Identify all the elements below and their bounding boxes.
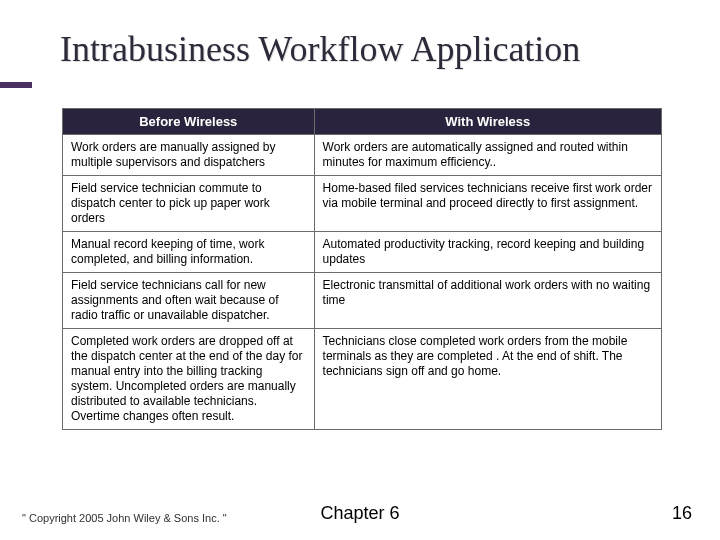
table-header-row: Before Wireless With Wireless [63,109,662,135]
chapter-label: Chapter 6 [0,503,720,524]
header-before: Before Wireless [63,109,315,135]
table-row: Completed work orders are dropped off at… [63,329,662,430]
accent-bar [0,82,32,88]
cell-before: Work orders are manually assigned by mul… [63,135,315,176]
header-with: With Wireless [314,109,661,135]
cell-before: Field service technician commute to disp… [63,176,315,232]
comparison-table: Before Wireless With Wireless Work order… [62,108,662,430]
cell-with: Technicians close completed work orders … [314,329,661,430]
table-row: Field service technician commute to disp… [63,176,662,232]
table-row: Manual record keeping of time, work comp… [63,232,662,273]
table-row: Field service technicians call for new a… [63,273,662,329]
table-row: Work orders are manually assigned by mul… [63,135,662,176]
slide-title: Intrabusiness Workflow Application [60,28,680,70]
cell-with: Work orders are automatically assigned a… [314,135,661,176]
cell-with: Home-based filed services technicians re… [314,176,661,232]
cell-before: Field service technicians call for new a… [63,273,315,329]
footer: " Copyright 2005 John Wiley & Sons Inc. … [0,500,720,524]
cell-with: Automated productivity tracking, record … [314,232,661,273]
page-number: 16 [672,503,692,524]
cell-before: Completed work orders are dropped off at… [63,329,315,430]
cell-with: Electronic transmittal of additional wor… [314,273,661,329]
slide: Intrabusiness Workflow Application Befor… [0,0,720,540]
cell-before: Manual record keeping of time, work comp… [63,232,315,273]
